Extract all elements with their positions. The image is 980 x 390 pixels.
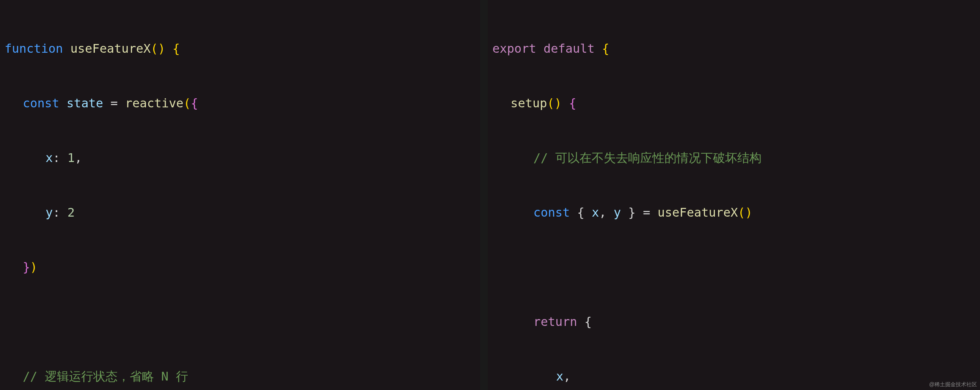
code-line: const state = reactive({ [0, 94, 480, 112]
comment: // 逻辑运行状态，省略 N 行 [23, 369, 188, 384]
comment: // 可以在不失去响应性的情况下破坏结构 [533, 151, 762, 165]
code-panel-left: function useFeatureX() { const state = r… [0, 0, 480, 390]
function-call: useFeatureX [658, 205, 738, 220]
brace: { [173, 41, 180, 56]
code-line: // 逻辑运行状态，省略 N 行 [0, 367, 480, 385]
code-line: x: 1, [0, 149, 480, 167]
property: x [46, 151, 53, 165]
variable: state [67, 96, 103, 110]
code-line: // 可以在不失去响应性的情况下破坏结构 [488, 149, 980, 167]
number: 2 [67, 205, 75, 220]
code-line: setup() { [488, 94, 980, 112]
property: x [556, 369, 563, 384]
code-line-empty [488, 258, 980, 276]
keyword-export: export [492, 41, 536, 56]
variable: x [592, 205, 599, 220]
paren: () [151, 41, 165, 56]
function-call: reactive [125, 96, 184, 110]
number: 1 [67, 151, 75, 165]
property: y [46, 205, 53, 220]
keyword-const: const [23, 96, 59, 110]
keyword-default: default [544, 41, 595, 56]
code-line-empty [0, 313, 480, 331]
code-line: function useFeatureX() { [0, 40, 480, 58]
keyword-function: function [5, 41, 63, 56]
variable: y [614, 205, 621, 220]
code-line: x, [488, 367, 980, 385]
code-line: }) [0, 258, 480, 276]
code-line: return { [488, 313, 980, 331]
code-line: y: 2 [0, 203, 480, 221]
code-line: const { x, y } = useFeatureX() [488, 203, 980, 221]
method-name: setup [511, 96, 547, 110]
keyword-return: return [533, 315, 577, 329]
watermark: @稀土掘金技术社区 [929, 380, 977, 388]
keyword-const: const [533, 205, 570, 220]
code-line: export default { [488, 40, 980, 58]
code-panel-right: export default { setup() { // 可以在不失去响应性的… [488, 0, 980, 390]
function-name: useFeatureX [70, 41, 151, 56]
